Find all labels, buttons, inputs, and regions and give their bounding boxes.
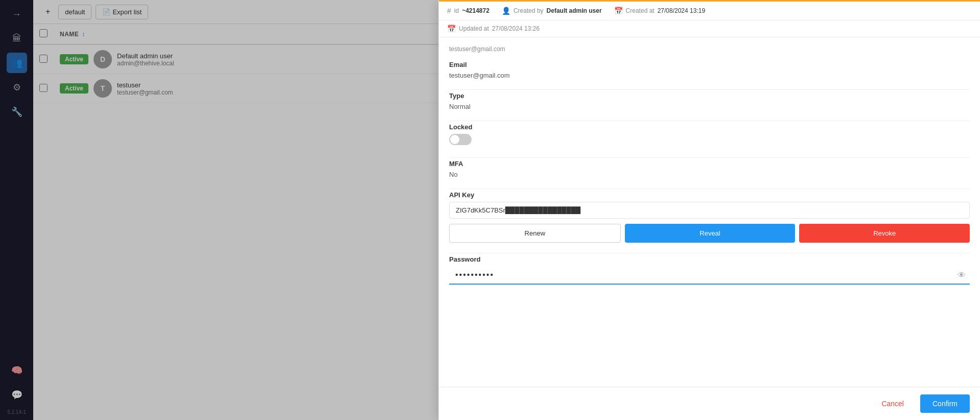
api-key-input[interactable]: [449, 202, 970, 219]
panel-subheader: 📅 Updated at 27/08/2024 13:26: [439, 20, 980, 37]
divider: [449, 253, 970, 253]
select-all-checkbox[interactable]: [39, 29, 48, 37]
password-input[interactable]: [449, 266, 970, 285]
header-created-at-item: 📅 Created at 27/08/2024 13:19: [614, 7, 705, 15]
created-at-value: 27/08/2024 13:19: [658, 7, 705, 14]
export-icon: 📄: [102, 8, 110, 16]
email-label: Email: [449, 61, 970, 68]
locked-section: Locked: [449, 123, 970, 147]
email-truncated: testuser@gmail.com: [449, 45, 970, 53]
panel-footer: Cancel Confirm: [439, 387, 980, 420]
type-label: Type: [449, 92, 970, 100]
calendar-icon: 📅: [614, 7, 623, 15]
users-nav-icon[interactable]: 👥: [7, 53, 27, 73]
row-checkbox[interactable]: [39, 55, 48, 63]
version-label: 5.2.14-1: [7, 409, 26, 415]
user-name: testuser: [117, 81, 173, 89]
type-section: Type Normal: [449, 92, 970, 110]
locked-label: Locked: [449, 123, 970, 131]
created-by-value: Default admin user: [547, 7, 602, 14]
divider: [449, 121, 970, 121]
sidebar-bottom: 🧠 💬 5.2.14-1: [7, 360, 27, 415]
id-label: id: [454, 7, 459, 14]
created-by-label: Created by: [514, 7, 544, 14]
select-all-col: [33, 24, 54, 44]
updated-at-label: Updated at: [459, 25, 489, 32]
divider: [449, 89, 970, 90]
brain-nav-icon[interactable]: 🧠: [7, 360, 27, 381]
user-info: testuser testuser@gmail.com: [117, 81, 173, 96]
user-avatar: T: [94, 79, 112, 98]
status-badge: Active: [60, 83, 88, 94]
add-user-button[interactable]: +: [41, 4, 54, 19]
gear-nav-icon[interactable]: ⚙: [7, 77, 27, 98]
id-value: ~4214872: [462, 7, 489, 14]
bank-nav-icon[interactable]: 🏛: [7, 28, 27, 49]
confirm-button[interactable]: Confirm: [920, 394, 970, 413]
calendar-update-icon: 📅: [447, 25, 456, 33]
mfa-section: MFA No: [449, 160, 970, 178]
email-value: testuser@gmail.com: [449, 72, 970, 79]
api-key-buttons: Renew Reveal Revoke: [449, 224, 970, 243]
panel-body: testuser@gmail.com Email testuser@gmail.…: [439, 37, 980, 387]
collapse-sidebar-btn[interactable]: →: [8, 5, 26, 24]
export-list-button[interactable]: 📄 Export list: [96, 5, 148, 19]
password-field-wrapper: 👁: [449, 266, 970, 285]
api-key-section: API Key Renew Reveal Revoke: [449, 191, 970, 243]
password-label: Password: [449, 255, 970, 263]
password-visibility-icon[interactable]: 👁: [958, 271, 966, 280]
email-section: Email testuser@gmail.com: [449, 61, 970, 79]
row-checkbox[interactable]: [39, 84, 48, 92]
api-key-input-wrapper: [449, 202, 970, 219]
header-created-by-item: 👤 Created by Default admin user: [502, 7, 602, 15]
renew-button[interactable]: Renew: [449, 224, 621, 243]
user-name: Default admin user: [117, 52, 174, 60]
user-email: testuser@gmail.com: [117, 89, 173, 96]
user-avatar: D: [94, 50, 112, 68]
user-info: Default admin user admin@thehive.local: [117, 52, 174, 67]
divider: [449, 157, 970, 158]
password-section: Password 👁: [449, 255, 970, 285]
user-detail-panel: # id ~4214872 👤 Created by Default admin…: [438, 0, 980, 420]
tools-nav-icon[interactable]: 🔧: [7, 102, 27, 122]
api-key-label: API Key: [449, 191, 970, 199]
mfa-value: No: [449, 171, 970, 178]
created-at-label: Created at: [626, 7, 655, 14]
updated-at-value: 27/08/2024 13:26: [492, 25, 540, 32]
revoke-button[interactable]: Revoke: [799, 224, 970, 243]
default-filter-button[interactable]: default: [58, 5, 91, 19]
divider: [449, 189, 970, 189]
cancel-button[interactable]: Cancel: [871, 394, 914, 413]
person-icon: 👤: [502, 7, 510, 15]
id-icon: #: [447, 7, 451, 15]
panel-header: # id ~4214872 👤 Created by Default admin…: [439, 0, 980, 20]
reveal-button[interactable]: Reveal: [625, 224, 796, 243]
mfa-label: MFA: [449, 160, 970, 168]
locked-toggle[interactable]: [449, 134, 472, 145]
header-id-item: # id ~4214872: [447, 7, 489, 15]
user-email: admin@thehive.local: [117, 60, 174, 67]
sidebar: → 🏛 👥 ⚙ 🔧 🧠 💬 5.2.14-1: [0, 0, 33, 420]
type-value: Normal: [449, 103, 970, 110]
status-badge: Active: [60, 54, 88, 64]
chat-nav-icon[interactable]: 💬: [7, 385, 27, 405]
